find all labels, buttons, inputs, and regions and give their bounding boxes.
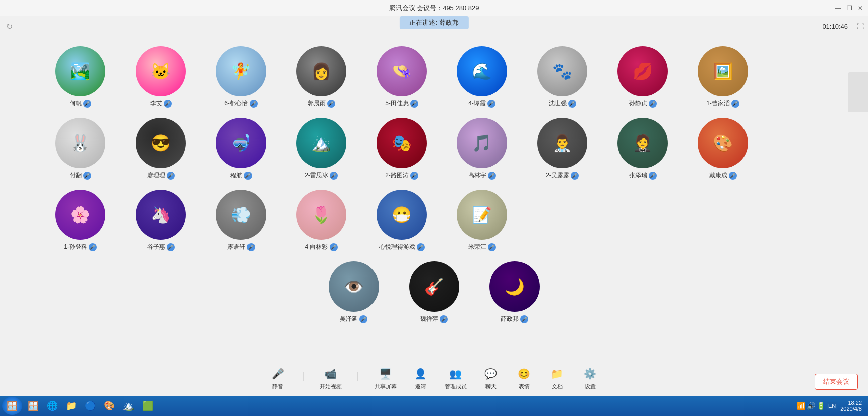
toolbar-divider: | bbox=[357, 370, 359, 382]
participant-name-label: 沈世强 bbox=[549, 99, 567, 108]
list-item[interactable]: 👒5-田佳惠 bbox=[361, 46, 442, 108]
mic-status-icon bbox=[568, 100, 576, 108]
toolbar-item-2[interactable]: 🖥️共享屏幕 bbox=[375, 366, 397, 390]
toolbar-label-5: 聊天 bbox=[485, 383, 497, 390]
speaking-banner: 正在讲述: 薛政邦 bbox=[399, 16, 468, 29]
toolbar-label-8: 设置 bbox=[585, 383, 596, 390]
mic-status-icon bbox=[83, 100, 91, 108]
mic-status-icon bbox=[164, 100, 172, 108]
meeting-timer: 01:10:46 bbox=[822, 23, 848, 30]
taskbar-app-3[interactable]: 🔵 bbox=[81, 397, 99, 414]
list-item[interactable]: 🖼️1-曹家滔 bbox=[683, 46, 763, 108]
list-item[interactable]: 💋孙静贞 bbox=[602, 46, 683, 108]
list-item[interactable]: 🎭2-路图涛 bbox=[361, 118, 442, 180]
toolbar-item-3[interactable]: 👤邀请 bbox=[412, 366, 430, 390]
toolbar-item-6[interactable]: 😊表情 bbox=[515, 366, 533, 390]
participant-name-label: 1-孙登科 bbox=[64, 243, 87, 251]
participant-name-label: 4 向林彩 bbox=[305, 243, 328, 251]
taskbar-app-2[interactable]: 📁 bbox=[62, 397, 80, 414]
mic-status-icon bbox=[410, 172, 418, 180]
mic-status-icon bbox=[167, 243, 175, 251]
participant-name-label: 李艾 bbox=[150, 99, 162, 108]
participant-name-label: 4-谭霞 bbox=[468, 99, 486, 108]
list-item[interactable]: 🦄谷子惠 bbox=[120, 190, 201, 251]
mic-status-icon bbox=[359, 315, 367, 323]
toolbar-item-1[interactable]: 📹开始视频 bbox=[320, 366, 342, 390]
participant-name-label: 戴康成 bbox=[709, 171, 727, 180]
list-item[interactable]: 👨‍⚕️2-吴露露 bbox=[522, 118, 602, 180]
taskbar-app-4[interactable]: 🎨 bbox=[100, 397, 118, 414]
toolbar-item-8[interactable]: ⚙️设置 bbox=[581, 366, 599, 390]
participant-name-label: 1-曹家滔 bbox=[706, 99, 730, 108]
participant-name-label: 5-田佳惠 bbox=[385, 99, 409, 108]
mic-status-icon bbox=[250, 100, 258, 108]
taskbar-time: 18:22 2020/4/8 bbox=[840, 400, 862, 412]
participant-name-label: 2-雷思冰 bbox=[305, 171, 328, 180]
participants-rows: 🏞️何帆🐱李艾🧚6-都心怡👩郭晨雨👒5-田佳惠🌊4-谭霞🐾沈世强💋孙静贞🖼️1-… bbox=[40, 46, 828, 261]
toolbar-item-7[interactable]: 📁文档 bbox=[548, 366, 566, 390]
toolbar-icon-6: 😊 bbox=[515, 366, 533, 381]
clock: 18:22 bbox=[840, 400, 862, 406]
taskbar-app-5[interactable]: 🏔️ bbox=[119, 397, 138, 414]
taskbar-app-6[interactable]: 🟩 bbox=[139, 397, 157, 414]
date: 2020/4/8 bbox=[840, 406, 862, 412]
list-item[interactable]: 🌙薛政邦 bbox=[474, 261, 555, 323]
taskbar-app-1[interactable]: 🌐 bbox=[43, 397, 61, 414]
list-item[interactable]: 🎨戴康成 bbox=[683, 118, 763, 180]
toolbar-icon-4: 👥 bbox=[447, 366, 465, 381]
keyboard-icon: EN bbox=[827, 402, 837, 409]
list-item[interactable]: 🌸1-孙登科 bbox=[40, 190, 120, 251]
participant-name-label: 心悦理得游戏 bbox=[379, 243, 415, 251]
minimize-button[interactable]: — bbox=[835, 5, 842, 12]
mic-status-icon bbox=[649, 172, 657, 180]
toolbar: 🎤静音|📹开始视频|🖥️共享屏幕👤邀请👥管理成员💬聊天😊表情📁文档⚙️设置 bbox=[0, 361, 868, 396]
list-item[interactable]: 🏞️何帆 bbox=[40, 46, 120, 108]
title-bar: 腾讯会议 会议号：495 280 829 — ❐ ✕ bbox=[0, 0, 868, 16]
list-item[interactable]: 🐰付翻 bbox=[40, 118, 120, 180]
participant-name-label: 廖理理 bbox=[147, 171, 165, 180]
list-item[interactable]: 🐱李艾 bbox=[120, 46, 201, 108]
list-item[interactable]: 💨露语轩 bbox=[201, 190, 281, 251]
window-title: 腾讯会议 会议号：495 280 829 bbox=[389, 4, 479, 13]
mic-status-icon bbox=[89, 243, 97, 251]
list-item[interactable]: 😷心悦理得游戏 bbox=[361, 190, 442, 251]
close-button[interactable]: ✕ bbox=[857, 5, 864, 12]
list-item[interactable]: 👩郭晨雨 bbox=[281, 46, 361, 108]
list-item[interactable]: 😎廖理理 bbox=[120, 118, 201, 180]
taskbar-apps: 🪟🌐📁🔵🎨🏔️🟩 bbox=[24, 397, 797, 414]
toolbar-item-5[interactable]: 💬聊天 bbox=[482, 366, 500, 390]
mic-status-icon bbox=[520, 315, 528, 323]
participant-name-label: 程航 bbox=[230, 171, 242, 180]
list-item[interactable]: 🧚6-都心怡 bbox=[201, 46, 281, 108]
taskbar-app-0[interactable]: 🪟 bbox=[24, 397, 42, 414]
list-item[interactable]: 👁️吴泽延 bbox=[314, 261, 394, 323]
mic-status-icon bbox=[83, 172, 91, 180]
mic-status-icon bbox=[729, 172, 737, 180]
participant-name-label: 露语轩 bbox=[227, 243, 245, 251]
mic-status-icon bbox=[330, 243, 338, 251]
end-meeting-button[interactable]: 结束会议 bbox=[815, 374, 858, 390]
toolbar-item-4[interactable]: 👥管理成员 bbox=[445, 366, 467, 390]
list-item[interactable]: 🤿程航 bbox=[201, 118, 281, 180]
mic-status-icon bbox=[571, 172, 579, 180]
list-item[interactable]: 📝米荣江 bbox=[442, 190, 522, 251]
participant-name-label: 吴泽延 bbox=[340, 315, 358, 323]
mic-status-icon bbox=[327, 100, 335, 108]
fullscreen-icon[interactable]: ⛶ bbox=[857, 22, 864, 30]
list-item[interactable]: 🐾沈世强 bbox=[522, 46, 602, 108]
list-item[interactable]: 🤵张添瑞 bbox=[602, 118, 683, 180]
toolbar-label-7: 文档 bbox=[552, 383, 563, 390]
restore-button[interactable]: ❐ bbox=[846, 5, 853, 12]
toolbar-label-3: 邀请 bbox=[415, 383, 426, 390]
list-item[interactable]: 🎵高林宇 bbox=[442, 118, 522, 180]
toolbar-item-0[interactable]: 🎤静音 bbox=[269, 366, 287, 390]
battery-icon: 🔋 bbox=[817, 402, 825, 410]
mic-status-icon bbox=[488, 243, 496, 251]
list-item[interactable]: 🌊4-谭霞 bbox=[442, 46, 522, 108]
list-item[interactable]: 🌷4 向林彩 bbox=[281, 190, 361, 251]
list-item[interactable]: 🎸魏祥萍 bbox=[394, 261, 474, 323]
refresh-icon[interactable]: ↻ bbox=[6, 22, 13, 31]
start-button[interactable]: 🪟 bbox=[2, 397, 22, 415]
list-item[interactable]: 🏔️2-雷思冰 bbox=[281, 118, 361, 180]
toolbar-icon-7: 📁 bbox=[548, 366, 566, 381]
